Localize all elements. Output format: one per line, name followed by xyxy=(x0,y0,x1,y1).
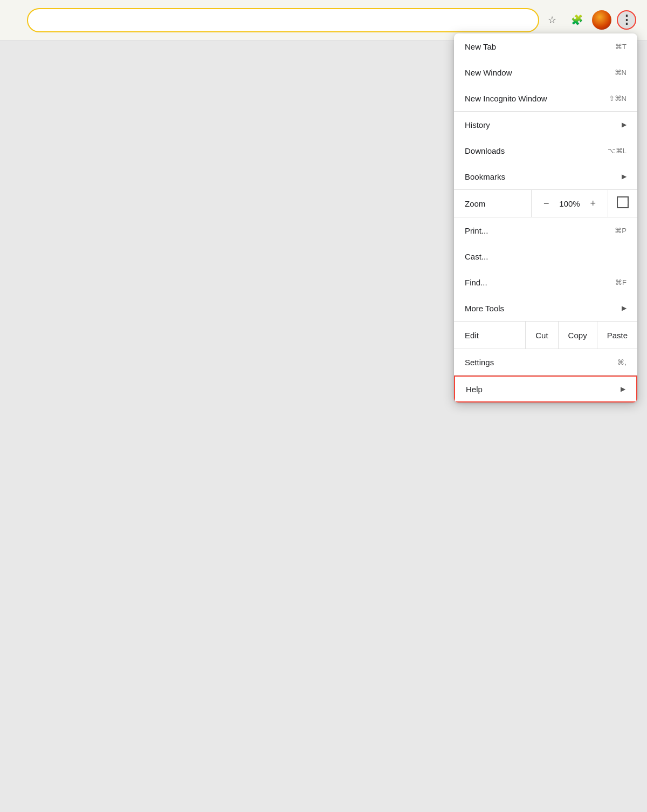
print-shortcut: ⌘P xyxy=(615,227,627,235)
settings-shortcut: ⌘, xyxy=(617,358,627,366)
menu-button[interactable]: ⋮ xyxy=(617,10,636,30)
copy-button[interactable]: Copy xyxy=(558,322,597,349)
bookmarks-label: Bookmarks xyxy=(465,172,505,181)
help-item[interactable]: Help ▶ xyxy=(454,376,637,402)
avatar-button[interactable] xyxy=(592,10,611,30)
zoom-level: 100% xyxy=(559,199,580,208)
cut-button[interactable]: Cut xyxy=(525,322,557,349)
new-incognito-shortcut: ⇧⌘N xyxy=(609,94,627,103)
downloads-item[interactable]: Downloads ⌥⌘L xyxy=(454,138,637,163)
bookmark-icon: ☆ xyxy=(548,14,556,26)
edit-row: Edit Cut Copy Paste xyxy=(454,322,637,349)
new-incognito-window-item[interactable]: New Incognito Window ⇧⌘N xyxy=(454,85,637,111)
new-tab-shortcut: ⌘T xyxy=(615,43,627,51)
new-window-label: New Window xyxy=(465,68,512,77)
extensions-button[interactable]: 🧩 xyxy=(567,10,587,30)
new-window-item[interactable]: New Window ⌘N xyxy=(454,59,637,85)
zoom-in-button[interactable]: + xyxy=(587,196,599,211)
svg-rect-0 xyxy=(617,197,628,208)
more-tools-arrow-icon: ▶ xyxy=(622,304,627,312)
downloads-label: Downloads xyxy=(465,146,505,155)
help-arrow-icon: ▶ xyxy=(621,385,625,393)
user-avatar xyxy=(592,10,611,30)
new-window-shortcut: ⌘N xyxy=(615,69,627,77)
zoom-out-button[interactable]: − xyxy=(540,196,553,211)
window-section: New Tab ⌘T New Window ⌘N New Incognito W… xyxy=(454,33,637,112)
bookmarks-arrow-icon: ▶ xyxy=(622,173,627,180)
bookmark-button[interactable]: ☆ xyxy=(542,10,562,30)
nav-section: History ▶ Downloads ⌥⌘L Bookmarks ▶ xyxy=(454,112,637,190)
downloads-shortcut: ⌥⌘L xyxy=(608,147,627,155)
print-label: Print... xyxy=(465,226,488,235)
address-bar[interactable] xyxy=(27,8,539,32)
fullscreen-icon xyxy=(617,196,629,211)
zoom-row: Zoom − 100% + xyxy=(454,190,637,217)
zoom-controls: − 100% + xyxy=(531,190,608,217)
settings-label: Settings xyxy=(465,358,494,367)
cast-item[interactable]: Cast... xyxy=(454,243,637,269)
zoom-label[interactable]: Zoom xyxy=(454,192,531,215)
find-item[interactable]: Find... ⌘F xyxy=(454,269,637,295)
history-label: History xyxy=(465,120,490,129)
paste-button[interactable]: Paste xyxy=(597,322,637,349)
print-item[interactable]: Print... ⌘P xyxy=(454,217,637,243)
find-shortcut: ⌘F xyxy=(615,278,627,286)
edit-label: Edit xyxy=(454,324,525,347)
bookmarks-item[interactable]: Bookmarks ▶ xyxy=(454,163,637,189)
more-tools-label: More Tools xyxy=(465,304,504,313)
settings-item[interactable]: Settings ⌘, xyxy=(454,349,637,375)
tools-section: Print... ⌘P Cast... Find... ⌘F More Tool… xyxy=(454,217,637,322)
new-tab-item[interactable]: New Tab ⌘T xyxy=(454,33,637,59)
find-label: Find... xyxy=(465,278,487,287)
settings-section: Settings ⌘, xyxy=(454,349,637,376)
more-tools-item[interactable]: More Tools ▶ xyxy=(454,295,637,321)
new-incognito-label: New Incognito Window xyxy=(465,94,547,103)
history-item[interactable]: History ▶ xyxy=(454,112,637,138)
new-tab-label: New Tab xyxy=(465,42,496,51)
fullscreen-button[interactable] xyxy=(608,190,637,217)
cast-label: Cast... xyxy=(465,252,488,261)
history-arrow-icon: ▶ xyxy=(622,121,627,128)
chrome-menu: New Tab ⌘T New Window ⌘N New Incognito W… xyxy=(454,33,637,402)
help-label: Help xyxy=(466,385,483,394)
extensions-icon: 🧩 xyxy=(571,14,583,26)
menu-dots-icon: ⋮ xyxy=(621,13,632,27)
